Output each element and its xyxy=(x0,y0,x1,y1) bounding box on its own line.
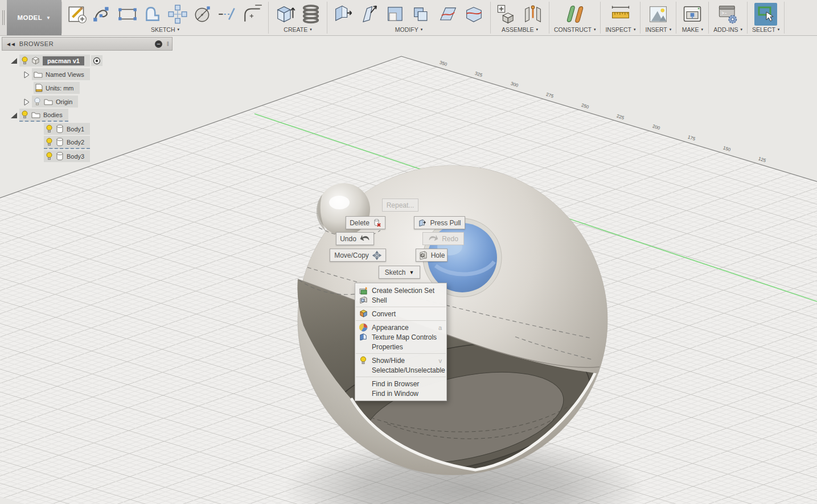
tree-row-document[interactable]: pacman v1 xyxy=(10,55,173,66)
menu-separator xyxy=(356,353,446,354)
visibility-bulb-icon[interactable] xyxy=(46,152,53,160)
menu-item-find-in-window[interactable]: Find in Window xyxy=(355,389,446,398)
extrude-icon[interactable] xyxy=(273,3,296,26)
root-component-label[interactable]: pacman v1 xyxy=(43,56,84,65)
menu-separator xyxy=(356,377,446,377)
scripts-addins-icon[interactable]: >- xyxy=(717,3,740,26)
toolbar-group-make: MAKE▾ xyxy=(676,0,708,35)
chevron-down-icon: ▾ xyxy=(634,27,636,32)
sketch-menu[interactable]: SKETCH▾ xyxy=(151,26,179,34)
construction-plane-icon[interactable] xyxy=(564,3,586,26)
collapsed-triangle-icon[interactable] xyxy=(22,71,30,79)
menu-item-selectable-unselectable[interactable]: Selectable/Unselectable xyxy=(355,365,446,375)
collapse-panel-icon[interactable]: ◄◄ xyxy=(6,41,15,47)
tree-row-body3[interactable]: Body3 xyxy=(44,151,173,162)
folder-icon xyxy=(44,98,53,105)
panel-grip-icon[interactable]: ‖ xyxy=(167,41,169,47)
trim-icon[interactable] xyxy=(217,3,239,25)
measure-icon[interactable] xyxy=(609,3,633,26)
marking-menu-delete-button[interactable]: Delete xyxy=(346,216,385,229)
marking-menu-undo-button[interactable]: Undo xyxy=(336,232,374,245)
visibility-bulb-icon[interactable] xyxy=(21,110,28,119)
collapsed-triangle-icon[interactable] xyxy=(22,98,30,106)
visibility-bulb-off-icon[interactable] xyxy=(34,97,41,106)
joint-icon[interactable] xyxy=(522,3,544,26)
menu-item-convert[interactable]: Convert xyxy=(355,309,446,319)
new-component-icon[interactable] xyxy=(495,3,518,26)
shell-icon[interactable] xyxy=(384,3,407,26)
toolbar-spacer xyxy=(785,0,817,35)
menu-item-properties[interactable]: Properties xyxy=(355,342,446,352)
expanded-triangle-icon[interactable] xyxy=(10,57,18,64)
tree-row-origin[interactable]: Origin xyxy=(22,96,173,107)
slot-icon[interactable] xyxy=(142,3,163,25)
combine-icon[interactable] xyxy=(410,3,433,26)
spline-icon[interactable] xyxy=(92,3,113,25)
rectangle-icon[interactable] xyxy=(117,3,138,25)
marking-menu-hole-button[interactable]: Hole xyxy=(416,249,447,262)
inspect-menu[interactable]: INSPECT▾ xyxy=(605,26,635,34)
hole-label: Hole xyxy=(431,251,445,259)
marking-menu-move-copy-button[interactable]: Move/Copy xyxy=(330,249,386,262)
modify-menu[interactable]: MODIFY▾ xyxy=(395,26,422,34)
chevron-down-icon: ▾ xyxy=(778,27,780,32)
undo-icon xyxy=(360,235,370,243)
menu-item-create-selection-set[interactable]: Create Selection Set xyxy=(355,286,446,295)
insert-menu[interactable]: INSERT▾ xyxy=(645,26,671,34)
make-menu[interactable]: MAKE▾ xyxy=(682,26,703,34)
body-cylinder-icon xyxy=(56,138,64,146)
menu-item-show-hide[interactable]: Show/Hide v xyxy=(355,356,446,365)
texture-map-icon xyxy=(359,333,368,342)
menu-item-appearance[interactable]: Appearance a xyxy=(355,323,446,332)
menu-item-find-in-browser[interactable]: Find in Browser xyxy=(355,379,446,389)
marking-menu-sketch-button[interactable]: Sketch ▼ xyxy=(379,266,420,279)
rectangular-pattern-icon[interactable] xyxy=(167,3,188,25)
construct-menu[interactable]: CONSTRUCT▾ xyxy=(554,26,596,34)
split-body-icon[interactable] xyxy=(463,3,486,26)
tree-row-units[interactable]: Units: mm xyxy=(34,82,173,93)
marking-menu-press-pull-button[interactable]: Press Pull xyxy=(414,216,465,229)
menu-item-shell[interactable]: Shell xyxy=(355,295,446,305)
circle-diameter-icon[interactable] xyxy=(192,3,214,25)
viewport-3d[interactable]: 350325300275250225200175150125 xyxy=(0,35,817,504)
activate-component-radio[interactable] xyxy=(91,55,102,66)
create-menu[interactable]: CREATE▾ xyxy=(284,26,311,34)
appearance-icon xyxy=(359,323,368,332)
toolbar-group-addins: >- ADD-INS▾ xyxy=(709,0,747,35)
split-face-icon[interactable] xyxy=(437,3,459,26)
select-menu[interactable]: SELECT▾ xyxy=(752,26,779,34)
chevron-down-icon: ▾ xyxy=(536,27,539,32)
fillet-icon[interactable] xyxy=(242,3,264,25)
tree-row-bodies[interactable]: Bodies xyxy=(10,110,173,121)
workspace-switcher[interactable]: MODEL ▼ xyxy=(7,0,61,35)
tree-row-body1[interactable]: Body1 xyxy=(44,123,173,134)
tree-row-body2[interactable]: Body2 xyxy=(44,137,173,148)
menu-item-texture-map-controls[interactable]: Texture Map Controls xyxy=(355,332,446,342)
visibility-bulb-icon[interactable] xyxy=(46,138,53,146)
press-pull-icon[interactable] xyxy=(332,3,355,26)
tree-row-named-views[interactable]: Named Views xyxy=(22,69,173,80)
addins-menu[interactable]: ADD-INS▾ xyxy=(713,26,742,34)
visibility-bulb-icon[interactable] xyxy=(46,125,53,133)
convert-icon xyxy=(359,309,368,319)
repeat-label: Repeat... xyxy=(387,201,414,209)
toolbar-group-sketch: SKETCH▾ xyxy=(62,0,268,35)
3d-print-icon[interactable] xyxy=(681,3,704,26)
chevron-down-icon: ▾ xyxy=(421,27,423,32)
assemble-menu[interactable]: ASSEMBLE▾ xyxy=(502,26,538,34)
draft-icon[interactable] xyxy=(358,3,381,26)
expanded-triangle-icon[interactable] xyxy=(10,111,18,119)
chevron-down-icon: ▼ xyxy=(409,270,414,275)
toolbar-grip-icon[interactable] xyxy=(0,0,7,35)
redo-icon xyxy=(428,235,438,243)
create-sketch-icon[interactable] xyxy=(67,3,88,25)
chevron-down-icon: ▾ xyxy=(740,27,742,32)
folder-icon xyxy=(34,71,43,78)
remove-panel-icon[interactable]: − xyxy=(155,40,162,48)
select-tool-active[interactable] xyxy=(754,3,777,26)
insert-image-icon[interactable] xyxy=(647,3,670,26)
coil-icon[interactable] xyxy=(299,3,322,26)
visibility-bulb-icon[interactable] xyxy=(21,56,28,65)
browser-header[interactable]: ◄◄ BROWSER − ‖ xyxy=(2,37,173,51)
marking-menu-redo-button: Redo xyxy=(422,232,464,245)
